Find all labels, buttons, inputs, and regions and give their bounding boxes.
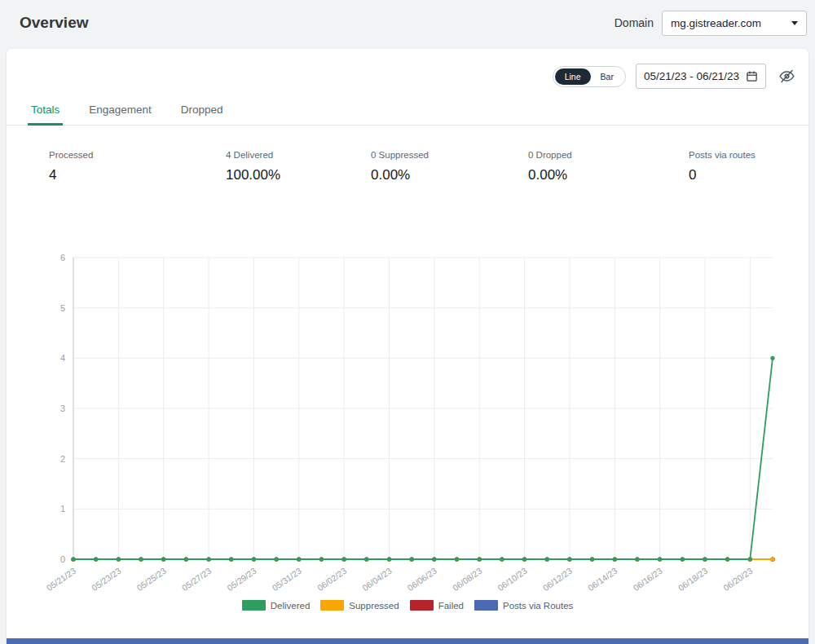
stat-posts-via-routes: Posts via routes 0 [689, 150, 756, 183]
legend-item-failed[interactable]: Failed [410, 600, 464, 611]
stat-value: 4 [49, 167, 93, 183]
svg-text:05/29/23: 05/29/23 [225, 566, 258, 593]
svg-text:1: 1 [60, 504, 65, 514]
toggle-line-button[interactable]: Line [555, 68, 591, 85]
stat-value: 0 [689, 167, 756, 183]
stat-label: Posts via routes [689, 150, 756, 160]
legend-item-suppressed[interactable]: Suppressed [320, 600, 399, 611]
legend-swatch [474, 600, 498, 611]
date-range-value: 05/21/23 - 06/21/23 [644, 70, 739, 82]
stat-processed: Processed 4 [49, 150, 93, 183]
legend-label: Failed [438, 601, 464, 611]
stat-label: 0 Suppressed [371, 150, 429, 160]
svg-text:06/12/23: 06/12/23 [541, 566, 574, 593]
stat-label: Processed [49, 150, 93, 160]
svg-text:3: 3 [60, 404, 65, 413]
stat-value: 0.00% [371, 167, 429, 183]
domain-label: Domain [615, 16, 654, 29]
calendar-icon [746, 70, 758, 82]
totals-line-chart: 012345605/21/2305/23/2305/25/2305/27/230… [7, 247, 808, 598]
svg-text:4: 4 [60, 353, 65, 363]
svg-text:06/02/23: 06/02/23 [315, 566, 348, 593]
svg-text:06/20/23: 06/20/23 [721, 566, 754, 593]
svg-text:05/21/23: 05/21/23 [45, 566, 77, 593]
stat-label: 4 Delivered [226, 150, 280, 160]
svg-text:0: 0 [60, 554, 65, 564]
chart-controls: Line Bar 05/21/23 - 06/21/23 [553, 64, 797, 89]
chart-legend: DeliveredSuppressedFailedPosts via Route… [7, 600, 808, 611]
legend-label: Delivered [271, 601, 311, 611]
tab-bar: Totals Engagement Dropped [7, 98, 808, 126]
toggle-bar-button[interactable]: Bar [591, 68, 623, 85]
stat-label: 0 Dropped [528, 150, 572, 160]
svg-text:06/14/23: 06/14/23 [586, 566, 619, 593]
legend-item-delivered[interactable]: Delivered [242, 600, 311, 611]
tab-engagement[interactable]: Engagement [86, 104, 155, 125]
stats-row: Processed 4 4 Delivered 100.00% 0 Suppre… [7, 150, 808, 207]
overview-card: Line Bar 05/21/23 - 06/21/23 [7, 49, 808, 644]
svg-text:5: 5 [60, 303, 65, 313]
stat-value: 100.00% [226, 167, 280, 183]
stat-suppressed: 0 Suppressed 0.00% [371, 150, 429, 183]
svg-text:06/10/23: 06/10/23 [496, 566, 528, 593]
stat-delivered: 4 Delivered 100.00% [226, 150, 280, 183]
svg-text:05/27/23: 05/27/23 [180, 566, 213, 593]
page-title: Overview [20, 14, 89, 32]
caret-down-icon [791, 21, 798, 25]
tab-totals[interactable]: Totals [28, 104, 63, 125]
legend-label: Posts via Routes [503, 601, 573, 611]
legend-label: Suppressed [349, 601, 399, 611]
legend-swatch [320, 600, 344, 611]
svg-text:06/06/23: 06/06/23 [406, 566, 438, 593]
hide-chart-button[interactable] [776, 66, 797, 87]
domain-selector: Domain mg.gistreader.com [615, 11, 808, 36]
svg-text:06/16/23: 06/16/23 [631, 566, 663, 593]
line-bar-toggle: Line Bar [553, 66, 626, 87]
stat-dropped: 0 Dropped 0.00% [528, 150, 572, 183]
svg-text:05/25/23: 05/25/23 [134, 566, 167, 593]
eye-off-icon [778, 68, 795, 85]
legend-swatch [410, 600, 434, 611]
stat-value: 0.00% [528, 167, 572, 183]
bottom-scrollbar[interactable] [7, 638, 808, 644]
page-header: Overview Domain mg.gistreader.com [0, 0, 815, 46]
domain-select-value: mg.gistreader.com [671, 17, 761, 29]
svg-text:6: 6 [60, 253, 65, 262]
svg-text:05/31/23: 05/31/23 [271, 566, 303, 593]
svg-text:06/08/23: 06/08/23 [451, 566, 483, 593]
domain-select[interactable]: mg.gistreader.com [662, 11, 807, 36]
svg-text:05/23/23: 05/23/23 [90, 566, 122, 593]
tab-dropped[interactable]: Dropped [178, 104, 227, 125]
svg-text:06/18/23: 06/18/23 [676, 566, 709, 593]
legend-swatch [242, 600, 266, 611]
legend-item-posts-via-routes[interactable]: Posts via Routes [474, 600, 573, 611]
date-range-input[interactable]: 05/21/23 - 06/21/23 [636, 64, 766, 89]
svg-text:2: 2 [60, 454, 65, 464]
svg-text:06/04/23: 06/04/23 [360, 566, 393, 593]
